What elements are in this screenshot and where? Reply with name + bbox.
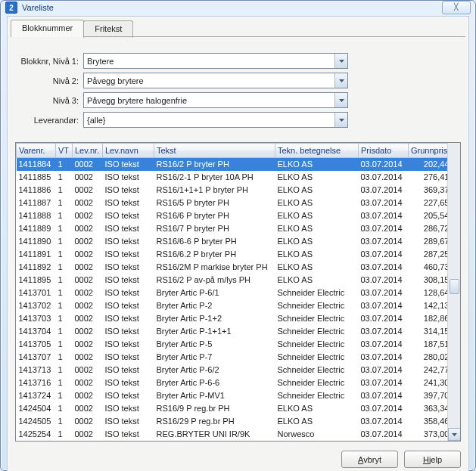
cell: ELKO AS (275, 209, 359, 222)
cell: Bryter Artic P-1+1+1 (154, 325, 275, 338)
cell: Bryter Artic P-6/2 (154, 364, 275, 376)
cell: 1411887 (17, 197, 56, 209)
cell: 1413705 (17, 338, 56, 351)
cell: ISO tekst (103, 184, 154, 197)
cell: 1 (56, 415, 73, 428)
cell: 128,64 (409, 287, 448, 299)
table-row[interactable]: 141188510002ISO tekstRS16/2-1 P bryter 1… (17, 171, 448, 184)
cell: RS16/9 P reg.br PH (154, 402, 275, 415)
combo-leverandor[interactable]: {alle} (83, 112, 348, 128)
cell: REG.BRYTER UNI IR/9K (154, 428, 275, 441)
table-row[interactable]: 142525410002ISO tekstREG.BRYTER UNI IR/9… (17, 428, 448, 441)
combo-niva2[interactable]: Påvegg brytere (83, 73, 348, 88)
col-prisdato[interactable]: Prisdato (359, 144, 409, 158)
table-row[interactable]: 141189110002ISO tekstRS16/6.2 P bryter P… (17, 248, 448, 261)
cell: ISO tekst (103, 261, 154, 274)
cell: 1411888 (17, 209, 56, 222)
cell: ISO tekst (103, 364, 154, 376)
vertical-scrollbar[interactable] (447, 143, 460, 441)
cell: ISO tekst (103, 351, 154, 364)
cell: 0002 (73, 209, 103, 222)
titlebar[interactable]: 2 Vareliste ╳ (1, 1, 475, 14)
col-grunnpris[interactable]: Grunnpris (409, 144, 448, 158)
cell: 0002 (73, 376, 103, 389)
table-row[interactable]: 141372410002ISO tekstBryter Artic P-MV1S… (17, 389, 448, 402)
col-vt[interactable]: VT (56, 144, 73, 158)
combo-niva1[interactable]: Brytere (83, 53, 348, 69)
table-row[interactable]: 141370710002ISO tekstBryter Artic P-7Sch… (17, 351, 448, 364)
col-tekn[interactable]: Tekn. betegnelse (275, 144, 359, 158)
scroll-down-icon[interactable] (448, 428, 461, 441)
cell: ISO tekst (103, 222, 154, 235)
cell: 308,15 (409, 274, 448, 287)
cell: 1413713 (17, 364, 56, 376)
cell: Bryter Artic P-1+2 (154, 312, 275, 325)
table-row[interactable]: 141371310002ISO tekstBryter Artic P-6/2S… (17, 364, 448, 376)
cell: 03.07.2014 (359, 376, 409, 389)
cell: 03.07.2014 (359, 274, 409, 287)
chevron-down-icon[interactable] (334, 54, 347, 68)
cell: Schneider Electric (275, 364, 359, 376)
combo-niva3[interactable]: Påvegg brytere halogenfrie (83, 92, 348, 108)
table-row[interactable]: 141189010002ISO tekstRS16/6-6 P bryter P… (17, 235, 448, 248)
table-row[interactable]: 141370410002ISO tekstBryter Artic P-1+1+… (17, 325, 448, 338)
close-button[interactable]: ╳ (442, 1, 471, 14)
col-levnr[interactable]: Lev.nr. (73, 144, 103, 158)
tab-fritekst[interactable]: Fritekst (83, 20, 133, 38)
table-row[interactable]: 141189210002ISO tekstRS16/2M P markise b… (17, 261, 448, 274)
cell: 0002 (73, 274, 103, 287)
table-row[interactable]: 141370310002ISO tekstBryter Artic P-1+2S… (17, 312, 448, 325)
cell: ISO tekst (103, 274, 154, 287)
col-varenr[interactable]: Varenr. (17, 144, 56, 158)
cell: Bryter Artic P-6-6 (154, 376, 275, 389)
col-tekst[interactable]: Tekst (154, 144, 275, 158)
cell: 1413716 (17, 376, 56, 389)
cancel-button[interactable]: Avbryt (341, 451, 398, 468)
cell: Schneider Electric (275, 376, 359, 389)
table-row[interactable]: 141188910002ISO tekstRS16/7 P bryter PHE… (17, 222, 448, 235)
cell: 03.07.2014 (359, 415, 409, 428)
cell: ISO tekst (103, 312, 154, 325)
help-button[interactable]: Hjelp (404, 451, 461, 468)
header-row[interactable]: Varenr. VT Lev.nr. Lev.navn Tekst Tekn. … (17, 144, 448, 158)
table-row[interactable]: 141189510002ISO tekstRS16/2 P av-på m/ly… (17, 274, 448, 287)
cell: 0002 (73, 325, 103, 338)
table-row[interactable]: 141188810002ISO tekstRS16/6 P bryter PHE… (17, 209, 448, 222)
table-row[interactable]: 141370510002ISO tekstBryter Artic P-5Sch… (17, 338, 448, 351)
window-title: Vareliste (22, 3, 442, 12)
cell: 1 (56, 325, 73, 338)
grid-table: Varenr. VT Lev.nr. Lev.navn Tekst Tekn. … (16, 143, 447, 441)
table-row[interactable]: 141370110002ISO tekstBryter Artic P-6/1S… (17, 287, 448, 299)
cell: 1 (56, 364, 73, 376)
cell: ELKO AS (275, 184, 359, 197)
cell: 03.07.2014 (359, 389, 409, 402)
table-row[interactable]: 141371610002ISO tekstBryter Artic P-6-6S… (17, 376, 448, 389)
cell: 0002 (73, 351, 103, 364)
tab-blokknummer[interactable]: Blokknummer (11, 20, 84, 37)
data-grid[interactable]: Varenr. VT Lev.nr. Lev.navn Tekst Tekn. … (15, 142, 461, 442)
cell: ELKO AS (275, 415, 359, 428)
chevron-down-icon[interactable] (334, 73, 347, 88)
cell: 1411895 (17, 274, 56, 287)
button-bar: Avbryt Hjelp (8, 448, 468, 471)
cell: 1411892 (17, 261, 56, 274)
table-row[interactable]: 141370210002ISO tekstBryter Artic P-2Sch… (17, 299, 448, 312)
cell: ELKO AS (275, 197, 359, 209)
cell: ELKO AS (275, 222, 359, 235)
chevron-down-icon[interactable] (334, 93, 347, 107)
cell: ISO tekst (103, 415, 154, 428)
cell: 1411885 (17, 171, 56, 184)
cell: ELKO AS (275, 248, 359, 261)
cell: 1411889 (17, 222, 56, 235)
table-row[interactable]: 141188410002ISO tekstRS16/2 P bryter PHE… (17, 158, 448, 172)
chevron-down-icon[interactable] (334, 113, 347, 127)
table-row[interactable]: 141188710002ISO tekstRS16/5 P bryter PHE… (17, 197, 448, 209)
cell: 03.07.2014 (359, 197, 409, 209)
col-levnavn[interactable]: Lev.navn (103, 144, 154, 158)
app-icon: 2 (5, 2, 17, 14)
table-row[interactable]: 141188610002ISO tekstRS16/1+1+1 P bryter… (17, 184, 448, 197)
table-row[interactable]: 142450410002ISO tekstRS16/9 P reg.br PHE… (17, 402, 448, 415)
table-row[interactable]: 142450510002ISO tekstRS16/29 P reg.br PH… (17, 415, 448, 428)
cell: 182,86 (409, 312, 448, 325)
scrollbar-thumb[interactable] (450, 279, 459, 294)
